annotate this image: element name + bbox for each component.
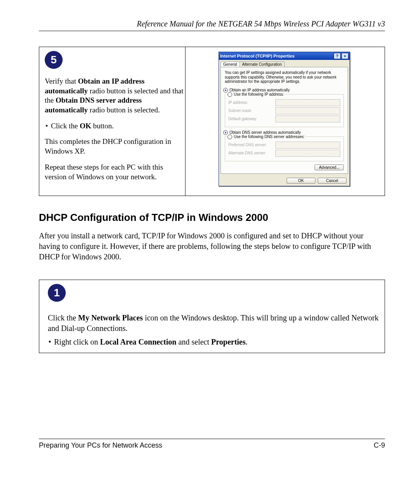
tcpip-properties-dialog: Internet Protocol (TCP/IP) Properties ? …	[219, 52, 350, 186]
bold-text: Local Area Connection	[100, 338, 176, 346]
bullet-icon: •	[45, 121, 49, 131]
text: radio button is selected.	[88, 106, 160, 114]
bullet-text: Right click on Local Area Connection and…	[54, 338, 248, 346]
step5-figure: 5 Verify that Obtain an IP address autom…	[39, 47, 385, 196]
step5-paragraph-1: Verify that Obtain an IP address automat…	[45, 77, 184, 115]
step5-bullet: • Click the OK button.	[45, 121, 184, 131]
text: Verify that	[45, 77, 78, 85]
footer-left: Preparing Your PCs for Network Access	[39, 441, 162, 450]
step5-screenshot-column: Internet Protocol (TCP/IP) Properties ? …	[186, 47, 385, 196]
field-label: IP address:	[228, 100, 273, 105]
bold-text: OK	[80, 122, 91, 130]
cancel-button[interactable]: Cancel	[318, 178, 346, 184]
bullet-icon: •	[48, 338, 52, 346]
text: and select	[177, 338, 211, 346]
dialog-intro-text: You can get IP settings assigned automat…	[225, 70, 344, 84]
text: Click the	[48, 313, 78, 322]
dialog-panel: You can get IP settings assigned automat…	[220, 67, 348, 174]
ip-input: ...	[275, 107, 340, 114]
tab-general[interactable]: General	[220, 61, 240, 67]
field-label: Alternate DNS server:	[228, 151, 273, 155]
bullet-text: Click the OK button.	[51, 121, 114, 131]
radio-label: Obtain DNS server address automatically	[229, 130, 301, 135]
tab-alternate-configuration[interactable]: Alternate Configuration	[240, 61, 285, 67]
field-label: Default gateway:	[228, 117, 273, 121]
radio-use-following-ip[interactable]: Use the following IP address:	[227, 92, 285, 97]
advanced-button[interactable]: Advanced...	[315, 164, 344, 170]
step1-figure: 1 Click the My Network Places icon on th…	[39, 280, 385, 353]
radio-label: Use the following IP address:	[234, 92, 284, 96]
radio-label: Obtain an IP address automatically	[229, 88, 290, 92]
ip-input: ...	[275, 150, 340, 157]
section-paragraph: After you install a network card, TCP/IP…	[39, 231, 385, 262]
step5-text-column: 5 Verify that Obtain an IP address autom…	[39, 47, 185, 196]
dialog-title: Internet Protocol (TCP/IP) Properties	[220, 54, 333, 58]
text: Click the	[51, 122, 80, 130]
field-label: Preferred DNS server:	[228, 143, 273, 147]
field-alternate-dns: Alternate DNS server: ...	[228, 150, 340, 157]
dialog-titlebar: Internet Protocol (TCP/IP) Properties ? …	[219, 52, 350, 60]
radio-use-following-dns[interactable]: Use the following DNS server addresses:	[227, 135, 305, 139]
bold-text: My Network Places	[78, 313, 143, 322]
field-ip-address: IP address: ...	[228, 99, 340, 106]
ip-input: ...	[275, 116, 340, 122]
step1-bullet: • Right click on Local Area Connection a…	[48, 338, 379, 346]
footer-rule	[39, 439, 385, 439]
close-button[interactable]: ×	[341, 53, 348, 59]
group-ip-manual: Use the following IP address: IP address…	[225, 94, 344, 127]
field-subnet-mask: Subnet mask: ...	[228, 107, 340, 114]
page-footer: Preparing Your PCs for Network Access C-…	[39, 439, 385, 450]
footer-right: C-9	[374, 441, 385, 450]
step1-paragraph: Click the My Network Places icon on the …	[48, 313, 379, 334]
running-header: Reference Manual for the NETGEAR 54 Mbps…	[39, 19, 385, 28]
field-default-gateway: Default gateway: ...	[228, 116, 340, 122]
field-label: Subnet mask:	[228, 108, 273, 113]
text: button.	[91, 122, 114, 130]
step5-paragraph-3: Repeat these steps for each PC with this…	[45, 163, 184, 182]
dialog-button-bar: OK Cancel	[219, 175, 350, 186]
ip-input: ...	[275, 99, 340, 106]
dialog-tabs: General Alternate Configuration	[219, 60, 350, 67]
section-heading: DHCP Configuration of TCP/IP in Windows …	[39, 212, 385, 224]
radio-icon	[228, 92, 232, 97]
text: Right click on	[54, 338, 100, 346]
step-number-badge: 1	[48, 284, 66, 302]
ok-button[interactable]: OK	[287, 178, 315, 184]
radio-label: Use the following DNS server addresses:	[234, 135, 304, 139]
field-preferred-dns: Preferred DNS server: ...	[228, 142, 340, 149]
step5-paragraph-2: This completes the DHCP configuration in…	[45, 137, 184, 156]
step-number-badge: 5	[45, 51, 63, 69]
help-button[interactable]: ?	[334, 53, 341, 59]
radio-icon	[228, 135, 232, 139]
text: .	[246, 338, 248, 346]
bold-text: Properties	[211, 338, 246, 346]
ip-input: ...	[275, 142, 340, 149]
group-dns-manual: Use the following DNS server addresses: …	[225, 136, 344, 161]
